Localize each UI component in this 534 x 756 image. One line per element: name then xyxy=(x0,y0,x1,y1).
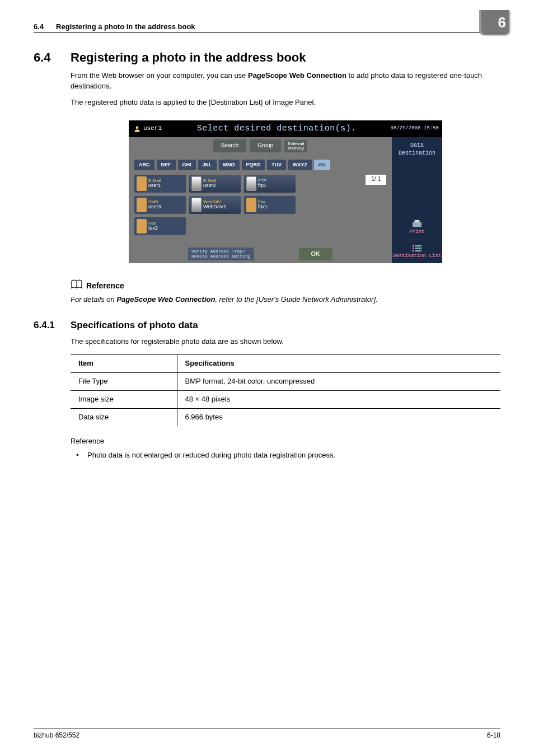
table-row: File TypeBMP format, 24-bit color, uncom… xyxy=(71,373,500,391)
book-icon xyxy=(71,279,83,293)
th-item: Item xyxy=(71,355,177,373)
svg-rect-8 xyxy=(415,250,421,251)
destination-icon xyxy=(137,198,147,212)
note-item: Photo data is not enlarged or reduced du… xyxy=(71,450,500,461)
destination-item[interactable]: SMBuser3 xyxy=(134,196,186,214)
section-paragraph-2: The registered photo data is applied to … xyxy=(71,97,500,108)
section-paragraph-1: From the Web browser on your computer, y… xyxy=(71,71,500,92)
device-alpha-tabs: ABC DEF GHI JKL MNO PQRS TUV WXYZ etc xyxy=(134,160,386,170)
tab-pqrs[interactable]: PQRS xyxy=(242,160,265,170)
search-button[interactable]: Search xyxy=(213,139,247,152)
svg-rect-5 xyxy=(413,248,414,249)
destination-item[interactable]: FTPftp1 xyxy=(244,175,296,193)
footer-page: 6-18 xyxy=(487,731,500,739)
side-destination-list[interactable]: Destination List xyxy=(392,240,442,263)
svg-rect-1 xyxy=(413,222,421,227)
svg-rect-7 xyxy=(413,250,414,251)
printer-icon xyxy=(411,220,423,228)
reference-heading: Reference xyxy=(71,279,500,293)
device-toolbar: Search Group External Memory xyxy=(129,137,392,155)
header-section-title: Registering a photo in the address book xyxy=(56,22,195,31)
destination-icon xyxy=(137,219,147,234)
group-button[interactable]: Group xyxy=(250,139,281,152)
th-spec: Specifications xyxy=(177,355,500,373)
svg-point-0 xyxy=(136,126,139,129)
chapter-number-badge: 6 xyxy=(479,10,509,35)
table-row: Image size48 × 48 pixels xyxy=(71,391,500,409)
destination-photo-icon xyxy=(246,176,256,191)
device-user-badge: user1 xyxy=(129,122,166,136)
destination-item[interactable]: Faxfax2 xyxy=(134,217,186,235)
destination-item[interactable]: Faxfax1 xyxy=(244,196,296,214)
subsection-intro: The specifications for registerable phot… xyxy=(71,337,500,347)
destination-photo-icon xyxy=(191,176,202,191)
tab-mno[interactable]: MNO xyxy=(219,160,240,170)
device-clock: 08/29/2008 15:50 xyxy=(387,123,442,134)
side-data-destination: Data Destination xyxy=(392,137,442,155)
destination-item[interactable]: WebDAVWebDAV1 xyxy=(189,196,241,214)
list-icon xyxy=(411,244,423,253)
tab-def[interactable]: DEF xyxy=(157,160,176,170)
ok-button[interactable]: OK xyxy=(299,248,333,260)
device-side-panel: Data Destination Print Destination List xyxy=(392,137,442,263)
reference-label: Reference xyxy=(71,436,500,447)
verify-address-button[interactable]: Verify Address Tray/ Remote Address Sett… xyxy=(188,248,254,260)
external-memory-button[interactable]: External Memory xyxy=(284,140,307,152)
note-list: Photo data is not enlarged or reduced du… xyxy=(71,450,500,461)
header-section-number: 6.4 xyxy=(34,22,44,31)
tab-tuv[interactable]: TUV xyxy=(267,160,286,170)
destination-grid: E-Mailuser1 E-Mailuser2 FTPftp1 SMBuser3… xyxy=(134,175,302,235)
svg-rect-3 xyxy=(413,245,414,246)
tab-jkl[interactable]: JKL xyxy=(198,160,217,170)
side-print[interactable]: Print xyxy=(392,216,442,239)
tab-abc[interactable]: ABC xyxy=(134,160,154,170)
subsection-title: Specifications of photo data xyxy=(71,320,198,331)
subsection-number: 6.4.1 xyxy=(34,320,71,331)
svg-rect-4 xyxy=(415,245,421,246)
destination-item[interactable]: E-Mailuser2 xyxy=(189,175,241,193)
destination-photo-icon xyxy=(191,198,202,212)
spec-table: Item Specifications File TypeBMP format,… xyxy=(71,354,500,426)
footer-divider xyxy=(34,729,500,729)
table-row: Data size6,966 bytes xyxy=(71,408,500,426)
device-title: Select desired destination(s). xyxy=(166,123,387,135)
destination-icon xyxy=(246,198,256,212)
tab-wxyz[interactable]: WXYZ xyxy=(288,160,312,170)
reference-body: For details on PageScope Web Connection,… xyxy=(71,295,500,305)
person-icon xyxy=(133,125,141,133)
tab-ghi[interactable]: GHI xyxy=(178,160,196,170)
tab-etc[interactable]: etc xyxy=(314,160,330,170)
destination-item[interactable]: E-Mailuser1 xyxy=(134,175,186,193)
section-title: Registering a photo in the address book xyxy=(71,50,306,65)
svg-rect-2 xyxy=(415,220,420,222)
footer-model: bizhub 652/552 xyxy=(34,731,79,739)
destination-icon xyxy=(137,176,147,191)
header-divider xyxy=(34,32,500,33)
pager: 1/ 1 xyxy=(366,175,386,185)
svg-rect-6 xyxy=(415,248,421,249)
device-screenshot: user1 Select desired destination(s). 08/… xyxy=(129,120,442,263)
section-number: 6.4 xyxy=(34,50,71,65)
